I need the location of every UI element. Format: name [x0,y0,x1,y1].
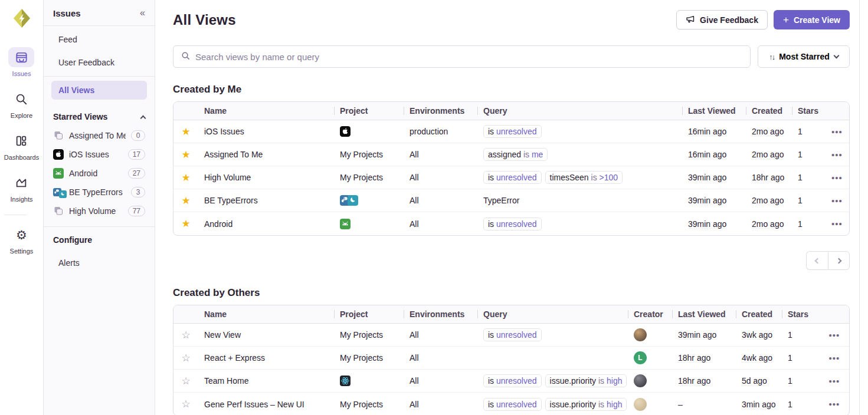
query-token: unresolved [494,400,536,409]
view-name-link[interactable]: High Volume [204,173,251,182]
row-actions-menu-button[interactable]: ••• [818,376,850,386]
star-toggle[interactable]: ☆ [181,375,190,387]
star-toggle[interactable]: ☆ [181,329,190,341]
star-cell: ★ [173,195,198,207]
starred-view-item[interactable]: Android27 [51,164,147,183]
give-feedback-button[interactable]: Give Feedback [676,10,768,29]
table-row[interactable]: ★High VolumeMy ProjectsAllis unresolvedt… [173,166,849,189]
table-row[interactable]: ★iOS Issuesproductionis unresolved16min … [173,120,849,143]
table-row[interactable]: ☆React + ExpressMy ProjectsAllL18hr ago4… [173,347,849,370]
vertical-scrollbar[interactable] [859,0,868,415]
next-page-button[interactable] [828,251,850,270]
table-row[interactable]: ★AndroidAllis unresolved39min ago2mo ago… [173,212,849,235]
starred-view-item[interactable]: High Volume77 [51,202,147,220]
star-toggle[interactable]: ★ [181,149,190,161]
query-pill: is unresolved [483,374,542,387]
row-actions-menu-button[interactable]: ••• [824,173,850,183]
collapse-sidebar-icon[interactable]: « [140,8,145,18]
star-toggle[interactable]: ★ [181,218,190,230]
environments-cell: All [404,219,477,229]
rail-item-insights[interactable]: Insights [4,173,39,203]
table-row[interactable]: ★BE TypeErrorsAllTypeError39min ago2mo a… [173,189,849,212]
sidebar-item-alerts[interactable]: Alerts [51,253,147,272]
row-actions-menu-button[interactable]: ••• [824,219,850,229]
android-icon [53,168,64,179]
query-token: issue.priority [550,400,597,409]
column-header: Query [477,106,682,116]
last-viewed-cell: 39min ago [682,173,746,182]
row-actions-menu-button[interactable]: ••• [818,330,850,340]
star-cell: ★ [173,149,198,161]
sort-arrows-icon: ↑↓ [769,52,774,61]
view-name-link[interactable]: Assigned To Me [204,150,263,159]
row-actions-menu-button[interactable]: ••• [824,127,850,137]
star-toggle[interactable]: ★ [181,172,190,184]
row-actions-menu-button[interactable]: ••• [824,150,850,160]
created-cell: 2mo ago [746,219,792,229]
create-view-button[interactable]: + Create View [774,10,850,29]
view-name-link[interactable]: Android [204,219,232,229]
configure-header: Configure [51,227,147,249]
rail-item-issues[interactable]: Issues [4,47,39,77]
table-row[interactable]: ☆New ViewMy ProjectsAllis unresolved39mi… [173,324,849,347]
sidebar-item-all-views[interactable]: All Views [51,81,147,100]
project-label: My Projects [340,173,383,182]
view-name-link[interactable]: Gene Perf Issues – New UI [204,400,304,409]
query-token: high [604,400,622,409]
table-row[interactable]: ☆Team HomeAllis unresolvedissue.priority… [173,370,849,393]
environments-cell: All [404,400,477,409]
table-row[interactable]: ★Assigned To MeMy ProjectsAllassigned is… [173,143,849,166]
view-name-link[interactable]: React + Express [204,353,265,363]
query-pill: is unresolved [483,125,542,138]
project-label: My Projects [340,400,383,409]
sidebar-item-feed[interactable]: Feed [51,30,147,49]
view-name-link[interactable]: BE TypeErrors [204,196,258,205]
previous-page-button[interactable] [806,251,828,270]
view-name-link[interactable]: iOS Issues [204,127,244,136]
project-cell [334,126,404,137]
megaphone-icon [686,14,695,25]
last-viewed-cell: 39min ago [672,330,736,340]
starred-view-item[interactable]: iOS Issues17 [51,145,147,164]
view-name-link[interactable]: New View [204,330,241,340]
environments-cell: All [404,353,477,363]
sort-dropdown[interactable]: ↑↓ Most Starred [758,45,850,68]
row-actions-menu-button[interactable]: ••• [824,196,850,206]
sidebar-item-user-feedback[interactable]: User Feedback [51,53,147,72]
column-header: Last Viewed [672,309,736,319]
creator-avatar: L [634,351,647,364]
rail-item-settings[interactable]: ⚙Settings [4,225,39,255]
table-row[interactable]: ☆Gene Perf Issues – New UIMy ProjectsAll… [173,393,849,415]
rail-item-dashboards[interactable]: Dashboards [4,131,39,161]
query-token: is [488,127,494,136]
view-name-link[interactable]: Team Home [204,376,248,386]
star-toggle[interactable]: ☆ [181,352,190,364]
query-cell: is unresolved [477,125,682,138]
starred-views-header[interactable]: Starred Views [51,104,147,126]
row-actions-menu-button[interactable]: ••• [818,399,850,409]
starred-view-item[interactable]: Assigned To Me0 [51,126,147,145]
issue-count-badge: 3 [131,187,145,197]
query-token: assigned [488,150,521,159]
starred-view-item[interactable]: BE TypeErrors3 [51,183,147,202]
divider [44,76,155,77]
project-cell [334,195,404,206]
created-cell: 3min ago [736,400,782,409]
settings-icon: ⚙ [8,225,34,245]
row-actions-menu-button[interactable]: ••• [818,353,850,363]
star-toggle[interactable]: ★ [181,195,190,207]
created-value: 3wk ago [742,330,772,340]
python-stack-icon [53,187,64,197]
issues-sidebar: Issues « Feed User Feedback All Views St… [44,0,155,415]
rail-item-explore[interactable]: Explore [4,89,39,119]
pagination [173,251,850,270]
name-cell: BE TypeErrors [198,196,334,205]
search-input[interactable] [195,52,742,62]
teal-icon [348,195,358,206]
sentry-logo[interactable] [11,7,33,29]
column-header: Creator [628,309,672,319]
star-toggle[interactable]: ★ [181,126,190,138]
query-token: is [596,400,604,409]
created-value: 4wk ago [742,353,772,363]
star-toggle[interactable]: ☆ [181,398,190,410]
